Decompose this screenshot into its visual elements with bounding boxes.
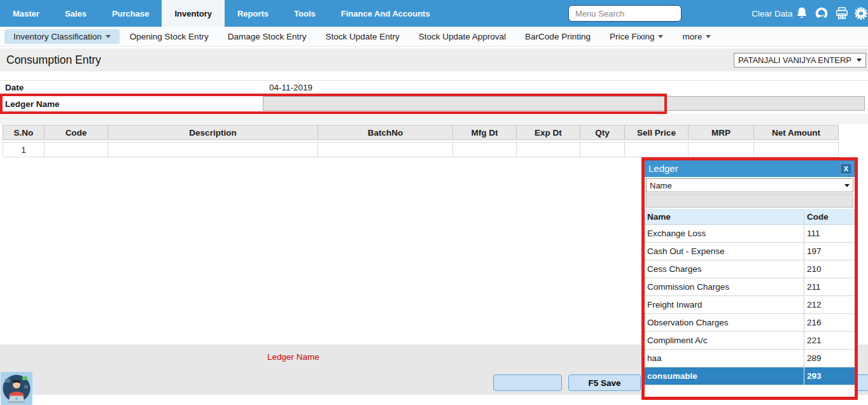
cell-exp-dt-input[interactable]: [517, 142, 580, 157]
ledger-row-exchange-loss[interactable]: Exchange Loss 111: [645, 225, 855, 243]
close-icon[interactable]: X: [840, 163, 852, 174]
f5-save-button[interactable]: F5 Save: [568, 374, 641, 391]
subnav-item-label: Price Fixing: [610, 32, 655, 41]
ledger-row-code: 212: [804, 296, 855, 313]
nav-item-reports[interactable]: Reports: [225, 0, 281, 27]
chevron-down-icon: [106, 35, 111, 38]
top-navigation-bar: Master Sales Purchase Inventory Reports …: [0, 0, 868, 27]
ledger-search-input[interactable]: [646, 194, 853, 208]
cell-sell-price-input[interactable]: [625, 142, 689, 157]
company-selector-value: PATANJALI VANIJYA ENTERP: [738, 55, 851, 65]
subnav-item-stock-update-entry[interactable]: Stock Update Entry: [316, 29, 408, 44]
column-header-sno: S.No: [3, 125, 45, 139]
ledger-row-name: Cash Out - Expense: [645, 243, 804, 260]
subnav-item-price-fixing[interactable]: Price Fixing: [601, 29, 673, 44]
ledger-row-haa[interactable]: haa 289: [645, 350, 855, 367]
ledger-name-input[interactable]: [263, 96, 865, 111]
ledger-row-name: Freight Inward: [645, 296, 804, 313]
ledger-row-code: 211: [804, 278, 855, 295]
support-headset-icon[interactable]: [815, 6, 829, 20]
subnav-item-label: BarCode Printing: [525, 32, 591, 41]
nav-item-inventory[interactable]: Inventory: [162, 0, 225, 27]
chevron-down-icon: [844, 184, 850, 187]
ledger-row-code: 289: [804, 350, 855, 367]
ledger-row-freight-inward[interactable]: Freight Inward 212: [645, 296, 855, 314]
ledger-row-code: 221: [804, 332, 855, 349]
nav-item-master[interactable]: Master: [0, 0, 52, 27]
column-header-code: Code: [45, 125, 108, 139]
subnav-item-label: Stock Update Entry: [325, 32, 399, 41]
ledger-row-compliment-ac[interactable]: Compliment A/c 221: [645, 332, 855, 350]
ledger-row-name: Commission Charges: [645, 278, 804, 295]
printer-icon[interactable]: [835, 6, 849, 20]
ledger-row-code: 210: [804, 260, 855, 278]
cell-description-input[interactable]: [108, 142, 318, 157]
ledger-row-consumable-selected[interactable]: consumable 293: [645, 367, 855, 385]
column-header-qty: Qty: [580, 125, 625, 139]
ledger-selection-popup: Ledger X Name Name Code Exchange Loss 11…: [641, 157, 858, 400]
subnav-item-label: Stock Update Approval: [419, 32, 506, 41]
ledger-row-name: haa: [645, 350, 804, 367]
ledger-row-name: consumable: [645, 367, 804, 385]
row-divider: [0, 80, 868, 81]
chevron-down-icon: [857, 59, 862, 62]
cell-mrp-input[interactable]: [689, 142, 754, 157]
ledger-row-commission-charges[interactable]: Commission Charges 211: [645, 278, 855, 296]
cell-batchno-input[interactable]: [318, 142, 453, 157]
date-label: Date: [5, 83, 24, 92]
subnav-item-stock-update-approval[interactable]: Stock Update Approval: [410, 29, 515, 44]
ledger-row-name: Observation Charges: [645, 314, 804, 331]
ledger-row-code: 111: [804, 225, 855, 242]
chevron-down-icon: [706, 35, 711, 38]
nav-item-tools[interactable]: Tools: [281, 0, 328, 27]
subnav-item-opening-stock-entry[interactable]: Opening Stock Entry: [121, 29, 218, 44]
ledger-name-hint-text: Ledger Name: [267, 345, 319, 369]
column-header-sell-price: Sell Price: [625, 125, 689, 139]
date-field-value[interactable]: 04-11-2019: [269, 83, 312, 92]
subnav-item-label: Opening Stock Entry: [130, 32, 209, 41]
ledger-column-name: Name: [645, 209, 804, 224]
nav-item-finance-and-accounts[interactable]: Finance And Accounts: [328, 0, 443, 27]
title-bar: Consumption Entry PATANJALI VANIJYA ENTE…: [0, 48, 868, 71]
inventory-sub-navigation: Inventory Classification Opening Stock E…: [0, 27, 868, 46]
subnav-item-barcode-printing[interactable]: BarCode Printing: [516, 29, 599, 44]
ledger-row-cess-charges[interactable]: Cess Charges 210: [645, 260, 855, 278]
gear-icon[interactable]: [854, 6, 868, 20]
ledger-filter-field-value: Name: [650, 181, 672, 190]
ledger-filter-field-dropdown[interactable]: Name: [646, 178, 853, 192]
ledger-row-observation-charges[interactable]: Observation Charges 216: [645, 314, 855, 332]
clear-data-button[interactable]: Clear Data: [752, 0, 793, 27]
bell-icon[interactable]: [795, 6, 809, 20]
subnav-item-label: Damage Stock Entry: [228, 32, 307, 41]
cell-qty-input[interactable]: [580, 142, 625, 157]
nav-item-purchase[interactable]: Purchase: [99, 0, 162, 27]
menu-search-input[interactable]: [568, 5, 682, 22]
subnav-item-inventory-classification[interactable]: Inventory Classification: [4, 29, 120, 44]
entry-table-header: S.No Code Description BatchNo Mfg Dt Exp…: [3, 125, 839, 140]
column-header-mfg-dt: Mfg Dt: [453, 125, 517, 139]
ledger-row-code: 216: [804, 314, 855, 331]
ledger-row-cash-out-expense[interactable]: Cash Out - Expense 197: [645, 243, 855, 260]
cell-net-amount-input[interactable]: [754, 142, 839, 157]
subnav-item-more[interactable]: more: [673, 29, 720, 44]
subnav-item-label: Inventory Classification: [13, 32, 102, 41]
subnav-item-damage-stock-entry[interactable]: Damage Stock Entry: [219, 29, 316, 44]
cell-code-input[interactable]: [45, 142, 108, 157]
nav-item-sales[interactable]: Sales: [52, 0, 99, 27]
ledger-empty-row: [645, 385, 855, 395]
blank-action-button[interactable]: [493, 374, 562, 391]
chevron-down-icon: [658, 35, 663, 38]
column-header-exp-dt: Exp Dt: [517, 125, 580, 139]
entry-table-row: 1: [3, 142, 839, 157]
ledger-row-name: Cess Charges: [645, 260, 804, 278]
page-title: Consumption Entry: [6, 48, 101, 71]
support-avatar[interactable]: [1, 372, 32, 405]
form-divider-strip: [0, 114, 868, 124]
cell-mfg-dt-input[interactable]: [453, 142, 517, 157]
column-header-description: Description: [108, 125, 318, 139]
subnav-item-label: more: [682, 32, 702, 41]
cell-sno: 1: [3, 142, 45, 157]
ledger-name-label: Ledger Name: [5, 99, 60, 109]
company-selector-dropdown[interactable]: PATANJALI VANIJYA ENTERP: [734, 53, 866, 68]
column-header-net-amount: Net Amount: [754, 125, 839, 139]
